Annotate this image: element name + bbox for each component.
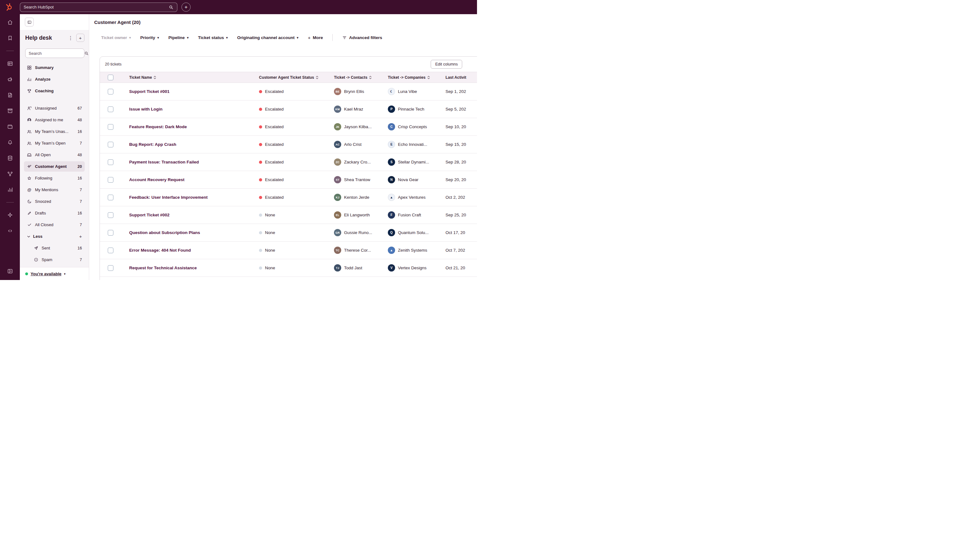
sidebar-item-customer-agent[interactable]: Customer Agent 20 (24, 161, 85, 172)
filter-pipeline[interactable]: Pipeline▾ (168, 35, 189, 40)
sidebar-item-following[interactable]: Following 16 (24, 173, 85, 183)
filter-ticket-status[interactable]: Ticket status▾ (198, 35, 228, 40)
contact-name[interactable]: Zackary Cro... (344, 160, 371, 165)
sidebar-item-snoozed[interactable]: Snoozed 7 (24, 196, 85, 207)
inbox-icon[interactable] (7, 108, 13, 114)
sidebar-item-coaching[interactable]: Coaching (24, 86, 85, 96)
sidebar-item-assigned-to-me[interactable]: Assigned to me 48 (24, 115, 85, 125)
bell-icon[interactable] (7, 139, 13, 146)
ticket-name-link[interactable]: Bug Report: App Crash (129, 142, 176, 147)
company-name[interactable]: Luna Vibe (398, 89, 417, 94)
sparkle-icon[interactable] (7, 212, 13, 218)
sidebar-item-all-closed[interactable]: All Closed 7 (24, 219, 85, 230)
wallet-icon[interactable] (7, 123, 13, 130)
advanced-filters-button[interactable]: Advanced filters (342, 35, 382, 40)
row-checkbox[interactable] (108, 177, 114, 183)
sidebar-item-my-teams-unassigned[interactable]: My Team’s Unas... 16 (24, 126, 85, 137)
company-name[interactable]: Crisp Concepts (398, 124, 427, 129)
sort-icon[interactable] (369, 75, 372, 80)
ticket-name-link[interactable]: Payment Issue: Transaction Failed (129, 160, 199, 165)
ticket-name-link[interactable]: Feedback: User Interface Improvement (129, 195, 207, 200)
more-filters-button[interactable]: +More (308, 35, 323, 40)
contact-name[interactable]: Eli Langworth (344, 213, 370, 217)
row-checkbox[interactable] (108, 159, 114, 165)
ticket-name-link[interactable]: Feature Request: Dark Mode (129, 124, 187, 129)
row-checkbox[interactable] (108, 212, 114, 218)
global-add-button[interactable]: + (181, 3, 191, 12)
ticket-name-link[interactable]: Support Ticket #001 (129, 89, 170, 94)
collapse-sidebar-button[interactable] (25, 18, 34, 26)
row-checkbox[interactable] (108, 124, 114, 130)
company-name[interactable]: Fusion Craft (398, 213, 421, 217)
column-header-last-activity[interactable]: Last Activit (446, 75, 477, 80)
ticket-name-link[interactable]: Error Message: 404 Not Found (129, 248, 191, 253)
row-checkbox[interactable] (108, 247, 114, 253)
column-header-companies[interactable]: Ticket -> Companies (388, 75, 446, 80)
ticket-name-link[interactable]: Account Recovery Request (129, 177, 185, 182)
company-name[interactable]: Zenith Systems (398, 248, 427, 253)
add-icon[interactable]: + (79, 234, 82, 239)
chevron-down-icon[interactable]: ▾ (64, 272, 65, 275)
contact-name[interactable]: Arlo Crist (344, 142, 362, 147)
sort-icon[interactable] (316, 75, 318, 80)
sort-icon[interactable] (153, 75, 156, 80)
sidebar-search-input[interactable] (29, 51, 84, 56)
more-options-icon[interactable]: ⋮ (67, 34, 74, 42)
column-header-status[interactable]: Customer Agent Ticket Status (259, 75, 334, 80)
sidebar-item-drafts[interactable]: Drafts 16 (24, 208, 85, 218)
company-name[interactable]: Apex Ventures (398, 195, 426, 200)
row-checkbox[interactable] (108, 142, 114, 148)
row-checkbox[interactable] (108, 106, 114, 112)
workflows-icon[interactable] (7, 171, 13, 177)
home-icon[interactable] (7, 19, 13, 25)
contacts-icon[interactable] (7, 61, 13, 67)
select-all-checkbox[interactable] (108, 75, 114, 80)
filter-ticket-owner[interactable]: Ticket owner▾ (101, 35, 131, 40)
column-header-contacts[interactable]: Ticket -> Contacts (334, 75, 388, 80)
company-name[interactable]: Vertex Designs (398, 266, 427, 270)
filter-priority[interactable]: Priority▾ (140, 35, 159, 40)
global-search[interactable] (20, 3, 178, 12)
contact-name[interactable]: Jayson Kilba... (344, 124, 372, 129)
sidebar-item-analyze[interactable]: Analyze (24, 74, 85, 84)
company-name[interactable]: Quantum Solu... (398, 230, 429, 235)
ticket-name-link[interactable]: Support Ticket #002 (129, 213, 170, 217)
sidebar-item-my-mentions[interactable]: @ My Mentions 7 (24, 185, 85, 195)
pages-icon[interactable] (7, 92, 13, 98)
ticket-name-link[interactable]: Question about Subscription Plans (129, 230, 200, 235)
availability-toggle[interactable]: You’re available (31, 272, 61, 276)
bookmark-icon[interactable] (7, 35, 13, 41)
company-name[interactable]: Stellar Dynami... (398, 160, 429, 165)
row-checkbox[interactable] (108, 265, 114, 271)
company-name[interactable]: Nova Gear (398, 177, 418, 182)
contact-name[interactable]: Kael Mraz (344, 107, 363, 112)
sidebar-search[interactable] (25, 48, 84, 58)
hubspot-logo-icon[interactable] (4, 3, 14, 11)
sidebar-item-my-teams-open[interactable]: My Team’s Open 7 (24, 138, 85, 148)
edit-columns-button[interactable]: Edit columns (431, 60, 462, 68)
sidebar-less-toggle[interactable]: Less + (24, 231, 85, 241)
contact-name[interactable]: Kenton Jerde (344, 195, 369, 200)
sort-icon[interactable] (427, 75, 430, 80)
expand-panel-icon[interactable] (7, 268, 13, 274)
database-icon[interactable] (7, 155, 13, 161)
company-name[interactable]: Echo Innovati... (398, 142, 427, 147)
company-name[interactable]: Pinnacle Tech (398, 107, 424, 112)
sidebar-item-sent[interactable]: Sent 16 (24, 243, 85, 253)
contact-name[interactable]: Shea Trantow (344, 177, 370, 182)
sidebar-item-summary[interactable]: Summary (24, 62, 85, 73)
add-view-button[interactable]: + (76, 34, 84, 42)
column-header-ticket-name[interactable]: Ticket Name (129, 75, 259, 80)
filter-originating-channel-account[interactable]: Originating channel account▾ (237, 35, 298, 40)
contact-name[interactable]: Brynn Ellis (344, 89, 364, 94)
row-checkbox[interactable] (108, 230, 114, 236)
contact-name[interactable]: Therese Cor... (344, 248, 371, 253)
contact-name[interactable]: Gussie Runo... (344, 230, 372, 235)
row-checkbox[interactable] (108, 89, 114, 95)
megaphone-icon[interactable] (7, 76, 13, 82)
global-search-input[interactable] (23, 5, 168, 9)
ticket-name-link[interactable]: Issue with Login (129, 107, 162, 112)
contact-name[interactable]: Todd Jast (344, 266, 362, 270)
code-icon[interactable] (7, 228, 13, 234)
sidebar-item-spam[interactable]: Spam 7 (24, 255, 85, 265)
